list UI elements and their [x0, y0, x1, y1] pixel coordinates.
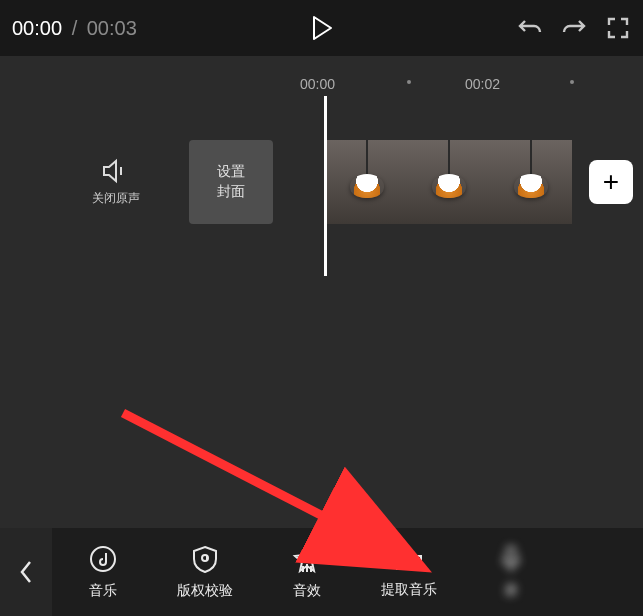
clip-thumbnails[interactable]: [326, 140, 572, 224]
chevron-left-icon: [19, 560, 33, 584]
music-icon: [88, 544, 118, 574]
folder-icon: [394, 545, 424, 573]
timeline-editor[interactable]: 00:00 00:02 关闭原声 设置 封面 +: [0, 56, 643, 528]
mute-label: 关闭原声: [92, 190, 140, 207]
fullscreen-icon: [607, 17, 629, 39]
tool-label: 录: [504, 582, 518, 600]
tool-label: 音效: [293, 582, 321, 600]
ruler-tick-label: 00:00: [300, 76, 335, 92]
set-cover-label: 设置 封面: [217, 162, 245, 201]
play-button[interactable]: [306, 12, 338, 44]
shield-icon: [190, 544, 220, 574]
playhead[interactable]: [324, 96, 327, 276]
undo-icon: [517, 18, 543, 38]
time-total: 00:03: [87, 17, 137, 39]
mic-icon: [496, 544, 526, 574]
speaker-icon: [101, 158, 131, 184]
play-icon: [311, 15, 333, 41]
tool-label: 版权校验: [177, 582, 233, 600]
ruler-tick-label: 00:02: [465, 76, 500, 92]
add-clip-button[interactable]: +: [589, 160, 633, 204]
back-button[interactable]: [0, 528, 52, 616]
tool-label: 提取音乐: [381, 581, 437, 599]
set-cover-button[interactable]: 设置 封面: [189, 140, 273, 224]
fullscreen-button[interactable]: [603, 13, 633, 43]
undo-button[interactable]: [515, 13, 545, 43]
tool-music[interactable]: 音乐: [52, 528, 154, 616]
redo-button[interactable]: [559, 13, 589, 43]
tool-extract-music[interactable]: 提取音乐: [358, 528, 460, 616]
time-display: 00:00 / 00:03: [12, 17, 137, 40]
clip-frame[interactable]: [408, 140, 490, 224]
tool-label: 音乐: [89, 582, 117, 600]
time-ruler: 00:00 00:02: [0, 72, 643, 96]
ruler-tick-dot: [570, 80, 574, 84]
top-bar: 00:00 / 00:03: [0, 0, 643, 56]
redo-icon: [561, 18, 587, 38]
star-icon: [292, 544, 322, 574]
time-current: 00:00: [12, 17, 62, 39]
ruler-tick-dot: [407, 80, 411, 84]
bottom-toolbar: 音乐 版权校验 音效 提取音乐 录: [0, 528, 643, 616]
tool-copyright[interactable]: 版权校验: [154, 528, 256, 616]
clip-frame[interactable]: [490, 140, 572, 224]
time-separator: /: [72, 17, 78, 39]
mute-original-sound-button[interactable]: 关闭原声: [92, 158, 140, 207]
top-right-controls: [515, 0, 633, 56]
clip-frame[interactable]: [326, 140, 408, 224]
plus-icon: +: [603, 166, 619, 198]
tool-record[interactable]: 录: [460, 528, 562, 616]
tool-sfx[interactable]: 音效: [256, 528, 358, 616]
video-track: 关闭原声 设置 封面 +: [0, 140, 643, 224]
svg-rect-3: [507, 547, 515, 561]
